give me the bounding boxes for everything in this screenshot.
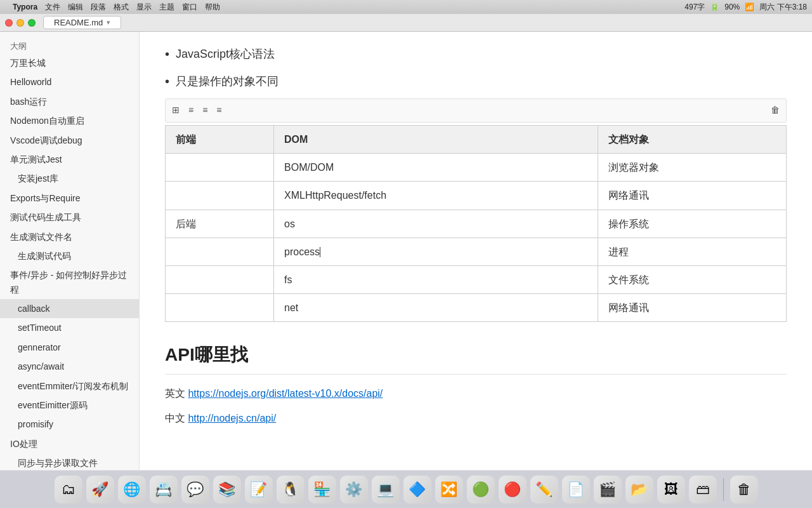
sidebar-item-gen-code[interactable]: 生成测试代码 [0, 246, 139, 265]
bullet-text-1: JavaScript核心语法 [176, 44, 275, 64]
table-header-frontend: 前端 [166, 125, 274, 153]
table-align-left-icon[interactable]: ≡ [186, 102, 196, 119]
main-content: • JavaScript核心语法 • 只是操作的对象不同 ⊞ ≡ ≡ ≡ 🗑 前… [140, 32, 812, 470]
table-cell-2-1[interactable]: os [274, 210, 598, 237]
bullet-item-1: • JavaScript核心语法 [165, 44, 787, 64]
dock-icon-appstore[interactable]: 🏪 [308, 476, 336, 504]
table-grid-icon[interactable]: ⊞ [169, 102, 182, 119]
dock-icon-launchpad[interactable]: 🚀 [86, 476, 114, 504]
table-cell-1-1[interactable]: XMLHttpRequest/fetch [274, 182, 598, 210]
sidebar-item-wanlichengcheng[interactable]: 万里长城 [0, 53, 139, 72]
sidebar-item-helloworld[interactable]: Helloworld [0, 72, 139, 91]
tab-dropdown-icon[interactable]: ▾ [107, 18, 110, 27]
word-count: 497字 [684, 2, 705, 13]
sidebar-item-event-async[interactable]: 事件/异步 - 如何控制好异步过程 [0, 265, 139, 299]
sidebar-item-exports[interactable]: Exports与Require [0, 189, 139, 208]
dock-icon-safari-alt[interactable]: 🌐 [118, 476, 146, 504]
dock-icon-trash[interactable]: 🗑 [730, 476, 758, 504]
tab-name: README.md [54, 18, 103, 27]
sidebar-section-outline: 大纲 [0, 37, 139, 53]
sidebar-item-eventemitter-src[interactable]: eventEimitter源码 [0, 396, 139, 415]
maximize-button[interactable] [28, 19, 36, 27]
dock-icon-books[interactable]: 📚 [213, 476, 241, 504]
sidebar-item-gen-filename[interactable]: 生成测试文件名 [0, 227, 139, 246]
cn-link[interactable]: http://nodejs.cn/api/ [188, 413, 276, 424]
dock-icon-vscode[interactable]: 🔷 [403, 476, 431, 504]
table-delete-icon[interactable]: 🗑 [768, 102, 782, 119]
table-align-right-icon[interactable]: ≡ [214, 102, 224, 119]
table-cell-0-2[interactable]: 浏览器对象 [598, 154, 786, 182]
sidebar-item-io[interactable]: IO处理 [0, 434, 139, 453]
dock-icon-finder2[interactable]: 🗃 [689, 476, 717, 504]
dock-icon-contacts[interactable]: 📇 [150, 476, 178, 504]
table-cell-5-0[interactable] [166, 294, 274, 322]
menu-theme[interactable]: 主题 [159, 2, 174, 13]
close-button[interactable] [5, 19, 13, 27]
dock-icon-git[interactable]: 🔀 [435, 476, 463, 504]
bullet-item-2: • 只是操作的对象不同 [165, 72, 787, 91]
app-name[interactable]: Typora [13, 3, 37, 11]
dock-icon-wps[interactable]: 📄 [562, 476, 590, 504]
menu-help[interactable]: 帮助 [205, 2, 220, 13]
sidebar-item-jest-install[interactable]: 安装jest库 [0, 169, 139, 188]
table-cell-4-0[interactable] [166, 265, 274, 293]
dock-icon-screenium[interactable]: 🎬 [594, 476, 622, 504]
sidebar-item-bash[interactable]: bash运行 [0, 92, 139, 111]
menu-window[interactable]: 窗口 [182, 2, 197, 13]
dock-icon-penguin[interactable]: 🐧 [277, 476, 304, 504]
dock-icon-notes[interactable]: 📝 [245, 476, 273, 504]
dock-icon-preview[interactable]: 🖼 [657, 476, 685, 504]
table-row: process进程 [166, 237, 787, 265]
dock-icon-files[interactable]: 📂 [625, 476, 653, 504]
table-row: net网络通讯 [166, 294, 787, 322]
table-cell-3-0[interactable] [166, 237, 274, 265]
menu-paragraph[interactable]: 段落 [91, 2, 106, 13]
table-cell-5-1[interactable]: net [274, 294, 598, 322]
sidebar-item-eventemitter[interactable]: eventEmmiter/订阅发布机制 [0, 377, 139, 396]
table-cell-1-0[interactable] [166, 182, 274, 210]
table-cell-0-0[interactable] [166, 154, 274, 182]
table-align-center-icon[interactable]: ≡ [200, 102, 210, 119]
table-cell-2-2[interactable]: 操作系统 [598, 210, 786, 237]
menu-format[interactable]: 格式 [114, 2, 129, 13]
menu-view[interactable]: 显示 [136, 2, 152, 13]
menu-file[interactable]: 文件 [45, 2, 60, 13]
sidebar-item-vscode[interactable]: Vscode调试debug [0, 131, 139, 150]
sidebar-item-settimeout[interactable]: setTimeout [0, 318, 139, 337]
table-cell-5-2[interactable]: 网络通讯 [598, 294, 786, 322]
sidebar-item-async-await[interactable]: async/await [0, 357, 139, 376]
table-cell-2-0[interactable]: 后端 [166, 210, 274, 237]
dock-icon-sketch-red[interactable]: 🔴 [499, 476, 527, 504]
battery-level: 90% [724, 3, 740, 11]
dock-icon-finder[interactable]: 🗂 [55, 476, 82, 504]
table-header-dom: DOM [274, 125, 598, 153]
cn-link-prefix: 中文 [165, 413, 188, 424]
table-cell-3-2[interactable]: 进程 [598, 237, 786, 265]
en-link[interactable]: https://nodejs.org/dist/latest-v10.x/doc… [188, 388, 383, 399]
table-cell-1-2[interactable]: 网络通讯 [598, 182, 786, 210]
active-tab[interactable]: README.md ▾ [43, 16, 121, 29]
dock-icon-typora[interactable]: ✏️ [530, 476, 558, 504]
dock-icon-greenshot[interactable]: 🟢 [467, 476, 495, 504]
sidebar-item-promisify[interactable]: promisify [0, 415, 139, 434]
dock-icon-terminal[interactable]: 💻 [372, 476, 400, 504]
sidebar-item-sync-async-file[interactable]: 同步与异步课取文件 [0, 453, 139, 470]
menu-edit[interactable]: 编辑 [68, 2, 83, 13]
clock: 周六 下午3:18 [759, 2, 807, 13]
cn-link-line: 中文 http://nodejs.cn/api/ [165, 410, 787, 427]
dock-icon-wechat[interactable]: 💬 [181, 476, 209, 504]
bullet-text-2: 只是操作的对象不同 [176, 72, 278, 91]
sidebar-item-nodemon[interactable]: Nodemon自动重启 [0, 111, 139, 130]
sidebar-item-callback[interactable]: callback [0, 299, 139, 318]
table-cell-0-1[interactable]: BOM/DOM [274, 154, 598, 182]
sidebar-item-code-gen[interactable]: 测试代码生成工具 [0, 208, 139, 227]
table-cell-4-2[interactable]: 文件系统 [598, 265, 786, 293]
minimize-button[interactable] [16, 19, 24, 27]
sidebar-item-jest[interactable]: 单元测试Jest [0, 150, 139, 169]
sidebar-item-generator[interactable]: gennerator [0, 338, 139, 357]
table-row: BOM/DOM浏览器对象 [166, 154, 787, 182]
dock-icon-system-prefs[interactable]: ⚙️ [340, 476, 368, 504]
en-link-line: 英文 https://nodejs.org/dist/latest-v10.x/… [165, 385, 787, 402]
table-cell-3-1[interactable]: process [274, 237, 598, 265]
table-cell-4-1[interactable]: fs [274, 265, 598, 293]
